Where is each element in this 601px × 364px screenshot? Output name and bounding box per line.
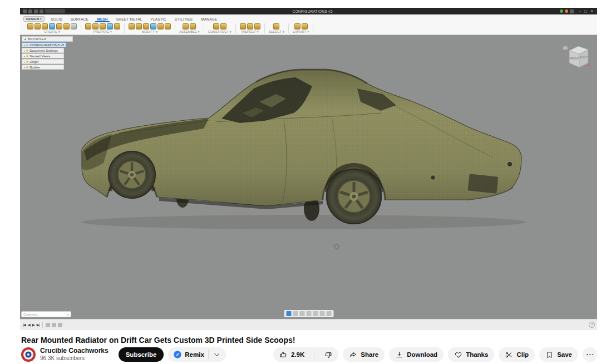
car-mesh-model[interactable] bbox=[20, 35, 597, 319]
channel-avatar[interactable] bbox=[21, 347, 36, 362]
tool-group-label[interactable]: SELECT bbox=[269, 30, 284, 33]
save-button[interactable]: Save bbox=[539, 347, 578, 362]
tool-icon[interactable] bbox=[85, 23, 91, 29]
tool-group-label[interactable]: MODIFY bbox=[142, 30, 157, 33]
tool-icon[interactable] bbox=[63, 23, 70, 29]
timeline-capture-icon[interactable] bbox=[52, 323, 56, 327]
share-button[interactable]: Share bbox=[343, 347, 385, 362]
tool-group-label[interactable]: ASSEMBLE bbox=[179, 30, 200, 33]
timeline-group-icon[interactable] bbox=[46, 323, 50, 327]
tool-icon[interactable] bbox=[56, 23, 62, 29]
tool-group-label[interactable]: CONSTRUCT bbox=[208, 30, 231, 33]
tab-surface[interactable]: SURFACE bbox=[69, 17, 90, 22]
play-button[interactable]: ▶ bbox=[32, 323, 35, 327]
redo-icon[interactable] bbox=[40, 9, 43, 13]
tool-icon[interactable] bbox=[273, 23, 279, 29]
visibility-icon[interactable] bbox=[26, 61, 28, 63]
visibility-icon[interactable] bbox=[26, 50, 28, 52]
expand-icon[interactable] bbox=[24, 60, 25, 63]
browser-item-document-settings[interactable]: Document Settings bbox=[22, 48, 64, 53]
tool-icon[interactable] bbox=[92, 23, 98, 29]
tool-icon[interactable] bbox=[254, 23, 260, 29]
browser-item-named-views[interactable]: Named Views bbox=[22, 53, 64, 58]
viewcube-right-label[interactable]: RIGHT bbox=[580, 56, 588, 59]
tool-icon[interactable] bbox=[150, 23, 156, 29]
tool-icon[interactable] bbox=[71, 23, 77, 29]
viewcube-front-label[interactable]: FRONT bbox=[569, 57, 579, 60]
tool-group-label[interactable]: CREATE bbox=[44, 30, 60, 33]
notifications-icon[interactable] bbox=[565, 9, 568, 13]
view-cube[interactable]: FRONT RIGHT bbox=[561, 42, 592, 71]
like-button[interactable]: 2.9K bbox=[273, 347, 311, 362]
tab-sheet-metal[interactable]: SHEET METAL bbox=[115, 17, 144, 22]
maximize-button[interactable]: ▢ bbox=[583, 8, 588, 14]
tool-icon[interactable] bbox=[302, 23, 308, 29]
tool-group-label[interactable]: PREPARE bbox=[93, 30, 112, 33]
visibility-icon[interactable] bbox=[26, 66, 28, 68]
remix-button[interactable]: Remix bbox=[168, 347, 226, 362]
tool-icon[interactable] bbox=[294, 23, 300, 29]
chevron-down-icon[interactable] bbox=[213, 351, 221, 359]
pan-icon[interactable] bbox=[293, 311, 298, 316]
minimize-button[interactable]: – bbox=[578, 8, 582, 14]
tool-icon[interactable] bbox=[240, 23, 246, 29]
tool-icon[interactable] bbox=[183, 23, 189, 29]
browser-item-origin[interactable]: Origin bbox=[22, 59, 64, 64]
tool-icon[interactable] bbox=[213, 23, 219, 29]
fit-icon[interactable] bbox=[306, 311, 311, 316]
help-icon[interactable] bbox=[570, 9, 574, 13]
orbit-icon[interactable] bbox=[286, 311, 291, 316]
tool-icon[interactable] bbox=[49, 23, 55, 29]
tool-icon[interactable] bbox=[220, 23, 226, 29]
dislike-button[interactable] bbox=[318, 347, 338, 362]
clip-button[interactable]: Clip bbox=[499, 347, 535, 362]
timeline-options-icon[interactable] bbox=[58, 323, 62, 327]
go-to-start-button[interactable]: |◀ bbox=[22, 323, 26, 327]
tool-icon[interactable] bbox=[27, 23, 33, 29]
more-actions-button[interactable] bbox=[583, 347, 597, 362]
subscribe-button[interactable]: Subscribe bbox=[119, 347, 164, 362]
display-settings-icon[interactable] bbox=[313, 311, 318, 316]
tool-icon[interactable] bbox=[129, 23, 135, 29]
tool-group-label[interactable]: EXPORT bbox=[293, 30, 309, 33]
viewports-icon[interactable] bbox=[326, 311, 331, 316]
app-grid-icon[interactable] bbox=[23, 9, 27, 13]
visibility-icon[interactable] bbox=[26, 55, 28, 57]
tool-icon[interactable] bbox=[100, 23, 106, 29]
collapse-icon[interactable] bbox=[24, 37, 26, 41]
layout-grid-icon[interactable] bbox=[319, 311, 324, 316]
tool-icon[interactable] bbox=[107, 23, 113, 29]
save-icon[interactable] bbox=[28, 9, 32, 13]
tool-icon[interactable] bbox=[165, 23, 171, 29]
help-icon[interactable] bbox=[589, 322, 595, 328]
tab-utilities[interactable]: UTILITIES bbox=[173, 17, 194, 22]
visibility-icon[interactable] bbox=[26, 44, 28, 46]
tool-icon[interactable] bbox=[42, 23, 48, 29]
tool-icon[interactable] bbox=[247, 23, 253, 29]
viewport[interactable]: BROWSER CONFIGURATIONS v5 Document Setti… bbox=[20, 35, 597, 319]
tab-plastic[interactable]: PLASTIC bbox=[149, 17, 169, 22]
expand-icon[interactable] bbox=[24, 43, 25, 47]
close-button[interactable]: ✕ bbox=[589, 8, 594, 14]
tool-icon[interactable] bbox=[157, 23, 164, 29]
tab-mesh[interactable]: MESH bbox=[95, 17, 110, 22]
tool-icon[interactable] bbox=[190, 23, 196, 29]
browser-item-configurations-v5[interactable]: CONFIGURATIONS v5 bbox=[22, 42, 66, 47]
tab-manage[interactable]: MANAGE bbox=[199, 17, 219, 22]
undo-icon[interactable] bbox=[34, 9, 38, 13]
profile-icon[interactable] bbox=[560, 9, 563, 13]
thanks-button[interactable]: Thanks bbox=[448, 347, 494, 362]
home-icon[interactable] bbox=[563, 46, 568, 50]
expand-icon[interactable] bbox=[24, 55, 25, 58]
step-back-button[interactable]: ◀ bbox=[27, 323, 31, 327]
download-button[interactable]: Download bbox=[389, 347, 444, 362]
tab-solid[interactable]: SOLID bbox=[50, 17, 65, 22]
expand-icon[interactable] bbox=[24, 49, 25, 52]
browser-item-bodies[interactable]: Bodies bbox=[22, 65, 64, 70]
channel-name[interactable]: Crucible Coachworks bbox=[40, 347, 109, 355]
go-to-end-button[interactable]: ▶| bbox=[36, 323, 40, 327]
tool-icon[interactable] bbox=[35, 23, 41, 29]
browser-header[interactable]: BROWSER bbox=[22, 36, 73, 42]
tool-icon[interactable] bbox=[114, 23, 120, 29]
tool-icon[interactable] bbox=[136, 23, 142, 29]
